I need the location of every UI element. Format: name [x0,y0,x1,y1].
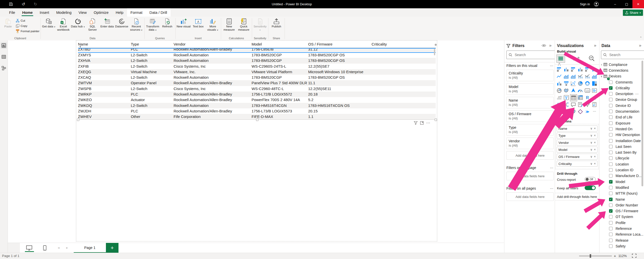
table-row[interactable]: ZWSPBL2-SwitchCisco Systems, IncWS-C2960… [78,86,436,92]
more-options-icon[interactable]: ⋯ [550,166,554,170]
data-search[interactable] [601,51,644,59]
table-row[interactable]: ZWTVMOperator PanelRockwell Automation/A… [78,80,436,86]
filter-card-vendor[interactable]: Vendoris (All) [506,138,554,149]
visual-type-waterfall-icon[interactable] [556,80,562,87]
visual-type-smart-narrative-icon[interactable] [577,101,584,108]
field-pill-name[interactable]: Name∨× [557,125,597,132]
field-pill-model[interactable]: Model∨× [557,147,597,153]
menu-tab-home[interactable]: Home [19,8,36,17]
page-tab[interactable]: Page 1 [74,243,106,253]
checkbox-unchecked[interactable] [609,244,613,248]
visual-type-slicer-icon[interactable] [563,94,570,101]
field-item-model[interactable]: ✓Model [599,179,644,185]
visual-type-line-icon[interactable] [556,73,562,80]
excel-workbook-button[interactable]: XExcel workbook [56,17,70,31]
visual-type-power-apps-icon[interactable] [577,108,584,115]
undo-icon[interactable]: ↺ [20,0,27,8]
new-page-button[interactable]: + [106,243,118,253]
account-avatar-icon[interactable] [594,2,599,7]
table-row[interactable]: ZWRKPPLCRockwell Automation/Allen-Bradle… [78,92,436,97]
recent-sources-button[interactable]: Recent sources ∨ [129,17,143,31]
checkbox-unchecked[interactable] [609,168,613,172]
tab-build-visual[interactable] [556,55,565,63]
visual-type-stacked-area-icon[interactable] [570,73,577,80]
field-item-order-number[interactable]: Order Number [599,202,644,208]
fit-to-page-icon[interactable] [632,254,636,258]
remove-field-icon[interactable]: × [594,127,596,130]
publish-button[interactable]: Publish [269,17,284,28]
table-scrollbar[interactable] [434,49,435,55]
visual-type-r-script-icon[interactable]: R [584,94,591,101]
field-item-reference[interactable]: Reference [599,226,644,231]
drill-through-well[interactable]: Add drill-through fields here [555,193,598,200]
field-item-name[interactable]: ✓Name [599,196,644,202]
eye-icon[interactable] [542,44,546,47]
checkbox-unchecked[interactable] [609,133,613,137]
chevron-right-icon[interactable]: › [599,68,603,72]
chevron-down-icon[interactable]: ∨ [590,155,592,158]
visual-type-clustered-column-icon[interactable] [577,66,584,73]
field-item-end-of-life[interactable]: End of Life [599,114,644,120]
enter-data-button[interactable]: Enter data [100,17,114,28]
chevron-down-icon[interactable]: ∨ [590,162,592,165]
add-data-fields-dropzone[interactable]: Add data fields here [506,172,554,180]
visual-type-line-stacked-column-icon[interactable] [577,73,584,80]
visual-type-100-stacked-column-icon[interactable] [591,66,598,73]
field-item-location-id[interactable]: Location ID [599,167,644,173]
remove-field-icon[interactable]: × [594,148,596,151]
visual-type-pie-icon[interactable] [577,80,584,87]
collapse-panel-icon[interactable]: » [639,43,641,48]
chevron-right-icon[interactable]: › [599,63,603,66]
close-button[interactable]: ✕ [632,0,644,8]
collapse-panel-icon[interactable]: » [549,43,551,48]
focus-mode-icon[interactable] [420,121,424,125]
paste-button[interactable]: Paste [1,17,15,28]
column-header-os-firmware[interactable]: OS / Firmware [308,42,333,46]
chevron-down-icon[interactable]: ∨ [590,141,592,144]
field-item-manufacture-d-[interactable]: Manufacture D... [599,173,644,179]
checkbox-unchecked[interactable] [609,221,613,225]
model-view-button[interactable] [1,65,7,71]
filter-card-model[interactable]: Modelis (All) [506,83,554,95]
visual-type-key-influencers-icon[interactable] [556,101,562,108]
visual-type-gauge-icon[interactable] [577,87,584,94]
field-item-last-seen[interactable]: Last Seen [599,144,644,149]
columns-well[interactable]: Name∨×Type∨×Vendor∨×Model∨×OS / Firmware… [555,124,599,169]
field-item-os-firmware[interactable]: ✓OS / Firmware [599,208,644,214]
visual-type-scatter-icon[interactable] [570,80,577,87]
remove-field-icon[interactable]: × [594,134,596,137]
column-header-criticality[interactable]: Criticality [372,42,387,46]
checkbox-unchecked[interactable] [609,145,613,148]
filter-card-type[interactable]: Typeis (All) [506,124,554,136]
field-pill-criticality[interactable]: Criticality∨× [557,161,597,167]
checkbox-checked[interactable]: ✓ [609,209,613,213]
copy-button[interactable]: Copy [16,23,27,28]
field-item-device-id[interactable]: Device ID [599,103,644,108]
checkbox-unchecked[interactable] [609,233,613,236]
visual-type-donut-icon[interactable] [584,80,591,87]
visual-type-power-automate-icon[interactable]: ≫ [584,108,591,115]
transform-data-button[interactable]: Transform data ∨ [146,17,160,31]
tab-format-visual[interactable] [572,55,580,62]
checkbox-unchecked[interactable] [609,139,613,143]
menu-tab-format[interactable]: Format [127,8,146,17]
tab-analytics[interactable] [588,55,596,62]
visual-type-stacked-column-icon[interactable] [563,66,570,73]
field-item-ot-system[interactable]: OT System [599,214,644,220]
cut-button[interactable]: Cut [16,18,25,23]
data-hub-button[interactable]: Data hub ∨ [71,17,85,28]
report-canvas[interactable]: Name▼TypeVendorModelOS / FirmwareCritica… [8,40,504,253]
column-header-type[interactable]: Type [131,42,139,46]
checkbox-unchecked[interactable] [609,227,613,230]
next-page-arrow[interactable]: ▸ [66,245,68,250]
table-row[interactable]: ZXHVAL2-SwitchRockwell Automation1783-BM… [78,58,436,63]
zoom-slider-track[interactable] [579,256,612,256]
field-item-release[interactable]: Release [599,237,644,243]
filter-card-criticality[interactable]: Criticalityis (All) [506,70,554,81]
table-row[interactable]: ZXCAQL2-SwitchRockwell Automation1783-BM… [78,75,436,80]
new-measure-button[interactable]: New measure [222,17,236,31]
data-table-devices[interactable]: ∨✓Devices [599,73,644,79]
mobile-view-icon[interactable] [43,245,47,251]
zoom-slider-handle[interactable] [590,254,591,258]
checkbox-unchecked[interactable] [609,115,613,119]
